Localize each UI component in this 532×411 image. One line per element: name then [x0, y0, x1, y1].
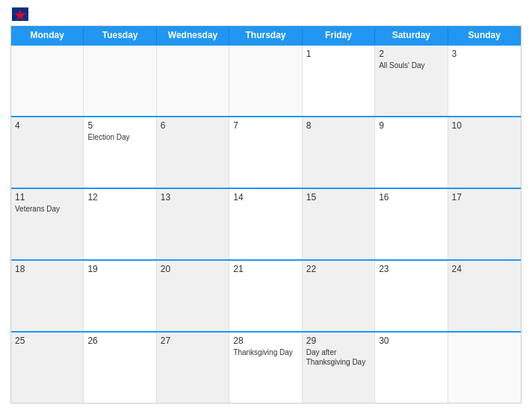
calendar-cell: 11Veterans Day [11, 189, 84, 259]
day-number: 30 [379, 336, 443, 346]
calendar-cell [84, 46, 156, 116]
day-number: 21 [233, 264, 297, 274]
calendar-cell: 30 [375, 333, 448, 403]
calendar-cell: 15 [303, 189, 375, 259]
calendar-cell: 12 [84, 189, 156, 259]
weekday-header: Saturday [375, 26, 448, 44]
day-number: 12 [87, 192, 152, 203]
weekday-header: Monday [11, 26, 84, 44]
calendar-week-row: 18192021222324 [11, 259, 521, 331]
day-number: 13 [161, 192, 225, 203]
calendar-event: Veterans Day [15, 204, 79, 214]
calendar-cell: 27 [157, 333, 229, 403]
day-number: 26 [87, 336, 152, 346]
calendar-cell: 29Day afterThanksgiving Day [303, 333, 375, 403]
day-number: 27 [161, 336, 225, 346]
day-number: 14 [233, 192, 297, 203]
calendar-event: All Souls' Day [379, 61, 443, 70]
calendar-cell: 24 [448, 261, 521, 331]
calendar-cell: 22 [303, 261, 375, 331]
calendar-header: MondayTuesdayWednesdayThursdayFridaySatu… [11, 26, 521, 44]
calendar-event: Election Day [87, 132, 152, 142]
calendar-cell: 25 [11, 333, 84, 403]
calendar-event: Day after [306, 347, 371, 357]
calendar-cell: 23 [375, 261, 448, 331]
calendar-week-row: 11Veterans Day121314151617 [11, 188, 521, 259]
weekday-header: Thursday [229, 26, 302, 44]
day-number: 2 [379, 49, 443, 59]
calendar-cell: 28Thanksgiving Day [229, 333, 302, 403]
day-number: 6 [161, 120, 225, 131]
calendar-event: Thanksgiving Day [306, 357, 371, 367]
day-number: 29 [306, 336, 371, 346]
page-header [10, 7, 522, 19]
day-number: 10 [452, 120, 517, 131]
logo-flag-icon [12, 7, 28, 21]
calendar-cell: 1 [303, 46, 375, 116]
day-number: 4 [15, 120, 79, 131]
calendar-cell: 5Election Day [84, 117, 156, 188]
calendar-week-row: 25262728Thanksgiving Day29Day afterThank… [11, 331, 521, 403]
calendar-grid: MondayTuesdayWednesdayThursdayFridaySatu… [10, 25, 522, 404]
day-number: 24 [452, 264, 517, 274]
day-number: 7 [233, 120, 297, 131]
day-number: 1 [306, 49, 371, 59]
weekday-header: Friday [303, 26, 375, 44]
weekday-header: Tuesday [84, 26, 156, 44]
calendar-page: MondayTuesdayWednesdayThursdayFridaySatu… [0, 0, 532, 411]
calendar-cell: 3 [448, 46, 521, 116]
day-number: 23 [379, 264, 443, 274]
weekday-header: Sunday [448, 26, 521, 44]
calendar-cell: 7 [229, 117, 302, 188]
day-number: 5 [87, 120, 152, 131]
day-number: 11 [15, 192, 79, 203]
calendar-cell: 2All Souls' Day [375, 46, 448, 116]
day-number: 28 [233, 336, 297, 346]
calendar-cell: 13 [157, 189, 229, 259]
day-number: 17 [452, 192, 517, 203]
calendar-cell: 17 [448, 189, 521, 259]
day-number: 19 [87, 264, 152, 274]
day-number: 20 [161, 264, 225, 274]
weekday-header: Wednesday [157, 26, 229, 44]
calendar-cell: 14 [229, 189, 302, 259]
day-number: 25 [15, 336, 79, 346]
day-number: 15 [306, 192, 371, 203]
calendar-cell: 9 [375, 117, 448, 188]
logo [10, 7, 28, 19]
calendar-cell [448, 333, 521, 403]
calendar-cell: 4 [11, 117, 84, 188]
day-number: 8 [306, 120, 371, 131]
calendar-week-row: 12All Souls' Day3 [11, 44, 521, 116]
day-number: 9 [379, 120, 443, 131]
day-number: 18 [15, 264, 79, 274]
calendar-cell: 18 [11, 261, 84, 331]
calendar-cell: 26 [84, 333, 156, 403]
calendar-cell: 8 [303, 117, 375, 188]
calendar-cell: 16 [375, 189, 448, 259]
calendar-event: Thanksgiving Day [233, 347, 297, 357]
calendar-cell: 20 [157, 261, 229, 331]
calendar-cell [229, 46, 302, 116]
calendar-cell: 19 [84, 261, 156, 331]
calendar-cell: 21 [229, 261, 302, 331]
day-number: 22 [306, 264, 371, 274]
calendar-week-row: 45Election Day678910 [11, 116, 521, 188]
day-number: 16 [379, 192, 443, 203]
day-number: 3 [452, 49, 517, 59]
calendar-cell: 6 [157, 117, 229, 188]
calendar-cell: 10 [448, 117, 521, 188]
calendar-body: 12All Souls' Day345Election Day67891011V… [11, 44, 521, 403]
calendar-cell [11, 46, 84, 116]
calendar-cell [157, 46, 229, 116]
